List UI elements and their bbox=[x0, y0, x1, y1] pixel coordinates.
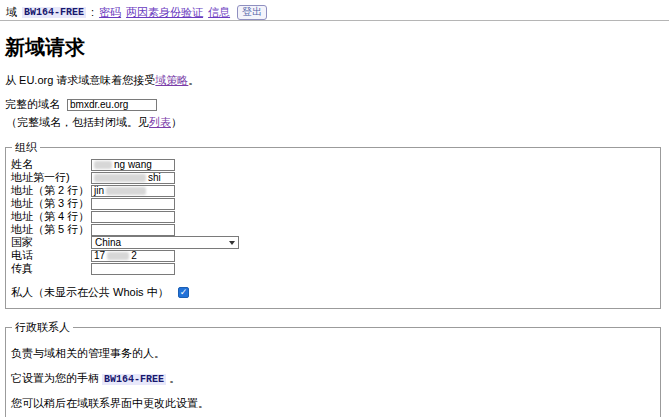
phone-input[interactable]: 17 2 bbox=[91, 250, 175, 262]
intro-period: 。 bbox=[188, 74, 199, 86]
address4-row: 地址（第 4 行） bbox=[11, 210, 652, 223]
domain-word: 域 bbox=[6, 5, 17, 20]
admin-contact-description: 负责与域相关的管理事务的人。 bbox=[11, 346, 652, 361]
domain-name-label: 完整的域名 bbox=[5, 97, 60, 112]
organization-legend: 组织 bbox=[12, 140, 40, 155]
info-link[interactable]: 信息 bbox=[208, 5, 230, 20]
address3-input[interactable] bbox=[91, 198, 175, 210]
private-label: 私人（未显示在公共 Whois 中） bbox=[11, 285, 169, 300]
domain-name-row: 完整的域名 bbox=[5, 97, 669, 112]
admin-handle-badge: BW164-FREE bbox=[102, 374, 166, 385]
phone-value-end: 2 bbox=[131, 250, 137, 261]
name-row: 姓名 ng wang bbox=[11, 158, 652, 171]
name-value: ng wang bbox=[114, 159, 152, 170]
address3-row: 地址（第 3 行） bbox=[11, 197, 652, 210]
address5-row: 地址（第 5 行） bbox=[11, 223, 652, 236]
redacted-text bbox=[107, 252, 129, 260]
password-link[interactable]: 密码 bbox=[99, 5, 121, 20]
fax-row: 传真 bbox=[11, 262, 652, 275]
admin-contact-legend: 行政联系人 bbox=[12, 320, 73, 335]
domain-note-text: （完整域名，包括封闭域。见 bbox=[6, 116, 149, 128]
admin-contact-fieldset: 行政联系人 负责与域相关的管理事务的人。 它设置为您的手柄 BW164-FREE… bbox=[5, 320, 661, 417]
address2-value: jin bbox=[94, 185, 104, 196]
address1-row: 地址第一行) shi bbox=[11, 171, 652, 184]
two-factor-auth-link[interactable]: 两因素身份验证 bbox=[126, 5, 203, 20]
closed-domains-list-link[interactable]: 列表 bbox=[149, 116, 171, 128]
address2-row: 地址（第 2 行） jin bbox=[11, 184, 652, 197]
organization-fieldset: 组织 姓名 ng wang 地址第一行) shi 地址（第 2 行） jin 地… bbox=[5, 140, 661, 309]
address1-input[interactable]: shi bbox=[91, 172, 175, 184]
user-handle-badge: BW164-FREE bbox=[22, 7, 86, 18]
page-title: 新域请求 bbox=[5, 34, 669, 61]
redacted-text bbox=[94, 174, 146, 182]
address2-input[interactable]: jin bbox=[91, 185, 175, 197]
admin-handle-line: 它设置为您的手柄 BW164-FREE 。 bbox=[11, 371, 652, 386]
redacted-text bbox=[94, 161, 112, 169]
account-topbar: 域 BW164-FREE : 密码 两因素身份验证 信息 登出 bbox=[0, 0, 669, 21]
country-select[interactable]: China bbox=[91, 236, 239, 249]
domain-note: （完整域名，包括封闭域。见列表） bbox=[6, 115, 669, 130]
intro-line: 从 EU.org 请求域意味着您接受域策略。 bbox=[5, 73, 669, 88]
admin-handle-prefix: 它设置为您的手柄 bbox=[11, 372, 102, 384]
domain-policy-link[interactable]: 域策略 bbox=[155, 74, 188, 86]
fax-label: 传真 bbox=[11, 261, 91, 276]
topbar-separator: : bbox=[91, 6, 94, 18]
domain-name-input[interactable] bbox=[67, 99, 157, 111]
logout-button[interactable]: 登出 bbox=[237, 5, 267, 20]
admin-change-note: 您可以稍后在域联系界面中更改此设置。 bbox=[11, 396, 652, 411]
domain-note-close: ） bbox=[171, 116, 182, 128]
name-input[interactable]: ng wang bbox=[91, 159, 175, 171]
redacted-text bbox=[106, 187, 146, 195]
intro-text: 从 EU.org 请求域意味着您接受 bbox=[5, 74, 155, 86]
private-row: 私人（未显示在公共 Whois 中） bbox=[11, 285, 652, 300]
private-whois-checkbox[interactable] bbox=[178, 287, 189, 298]
address5-input[interactable] bbox=[91, 224, 175, 236]
address1-value: shi bbox=[148, 172, 161, 183]
phone-row: 电话 17 2 bbox=[11, 249, 652, 262]
admin-handle-suffix: 。 bbox=[166, 372, 180, 384]
chevron-down-icon bbox=[229, 241, 235, 245]
fax-input[interactable] bbox=[91, 263, 175, 275]
phone-value-start: 17 bbox=[94, 250, 105, 261]
address4-input[interactable] bbox=[91, 211, 175, 223]
country-row: 国家 China bbox=[11, 236, 652, 249]
country-selected-value: China bbox=[95, 237, 121, 248]
